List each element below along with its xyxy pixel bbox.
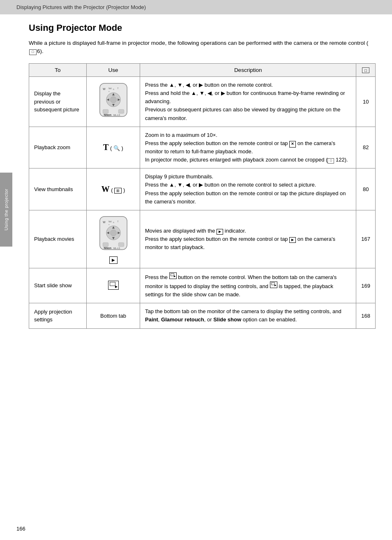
row5-page: 169 — [356, 268, 376, 303]
row5-use: ▶ — [87, 268, 140, 303]
table-row: Apply projection settings Bottom tab Tap… — [29, 303, 376, 328]
table-row: Display the previous or subsequent pictu… — [29, 77, 376, 127]
table-row: Playback movies W Vol + n T — [29, 210, 376, 268]
svg-text:W: W — [103, 221, 106, 224]
row4-use: W Vol + n T Nikon ML-L5 — [87, 210, 140, 268]
header-text: Displaying Pictures with the Projector (… — [16, 4, 146, 10]
table-row: Start slide show ▶ Press the ▶ button on… — [29, 268, 376, 303]
page-header: Displaying Pictures with the Projector (… — [0, 0, 392, 14]
side-tab-label: Using the projector — [4, 189, 9, 231]
row6-to: Apply projection settings — [29, 303, 87, 328]
svg-rect-29 — [118, 242, 124, 247]
row2-page: 82 — [356, 127, 376, 168]
table-row: View thumbnails W ( ⊞ ) Display 9 pictur… — [29, 168, 376, 210]
header-book: □ — [356, 63, 376, 77]
row1-to: Display the previous or subsequent pictu… — [29, 77, 87, 127]
svg-text:Nikon: Nikon — [104, 246, 111, 249]
table-row: Playback zoom T ( 🔍 ) Zoom in to a maxim… — [29, 127, 376, 168]
row6-use: Bottom tab — [87, 303, 140, 328]
row4-page: 167 — [356, 210, 376, 268]
svg-text:T: T — [117, 221, 118, 223]
intro-paragraph: While a picture is displayed full-frame … — [29, 39, 376, 56]
svg-text:+: + — [108, 223, 109, 225]
svg-text:+: + — [108, 90, 109, 92]
row4-to: Playback movies — [29, 210, 87, 268]
page-number: 166 — [16, 526, 25, 532]
row3-page: 80 — [356, 168, 376, 210]
row1-use: W Vol + n T — [87, 77, 140, 127]
row2-to: Playback zoom — [29, 127, 87, 168]
row3-desc: Display 9 picture thumbnails. Press the … — [140, 168, 356, 210]
row2-desc: Zoom in to a maximum of 10×. Press the a… — [140, 127, 356, 168]
header-desc: Description — [140, 63, 356, 77]
svg-text:W: W — [103, 88, 106, 90]
svg-text:ML-L5: ML-L5 — [113, 247, 120, 249]
svg-rect-28 — [103, 242, 108, 247]
row1-desc: Press the ▲, ▼, ◀, or ▶ button on the re… — [140, 77, 356, 127]
row1-page: 10 — [356, 77, 376, 127]
remote-control-image: W Vol + n T — [95, 81, 132, 120]
side-tab: Using the projector — [0, 173, 12, 247]
svg-text:n: n — [113, 88, 114, 90]
svg-text:Vol: Vol — [108, 87, 111, 90]
svg-text:Vol: Vol — [108, 220, 111, 223]
row2-use: T ( 🔍 ) — [87, 127, 140, 168]
row5-to: Start slide show — [29, 268, 87, 303]
header-use: Use — [87, 63, 140, 77]
svg-rect-12 — [103, 110, 108, 114]
row4-desc: Movies are displayed with the ▶ indicato… — [140, 210, 356, 268]
row3-use: W ( ⊞ ) — [87, 168, 140, 210]
row6-desc: Tap the bottom tab on the monitor of the… — [140, 303, 356, 328]
svg-text:T: T — [117, 88, 118, 90]
remote-control-image-2: W Vol + n T Nikon ML-L5 — [95, 215, 132, 254]
row6-page: 168 — [356, 303, 376, 328]
svg-point-23 — [110, 230, 116, 236]
svg-point-7 — [110, 97, 116, 103]
row3-to: View thumbnails — [29, 168, 87, 210]
header-to: To — [29, 63, 87, 77]
main-table: To Use Description □ Display the previou… — [29, 63, 376, 329]
page-title: Using Projector Mode — [29, 23, 376, 33]
svg-text:Nikon: Nikon — [104, 113, 111, 116]
svg-text:n: n — [113, 222, 114, 224]
svg-rect-13 — [118, 110, 124, 114]
row5-desc: Press the ▶ button on the remote control… — [140, 268, 356, 303]
svg-text:ML-L5: ML-L5 — [113, 114, 120, 116]
